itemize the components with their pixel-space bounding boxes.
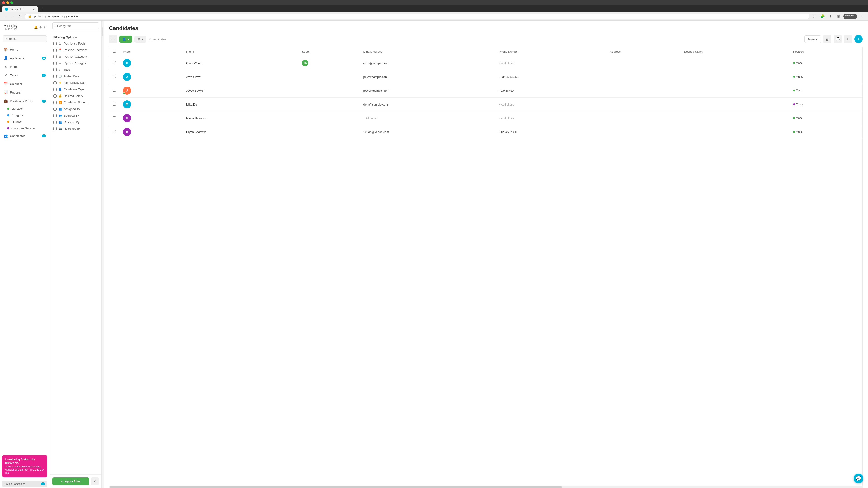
- forward-btn[interactable]: →: [10, 14, 16, 19]
- filter-scrollbar[interactable]: [102, 21, 103, 488]
- row-select-checkbox[interactable]: [113, 130, 116, 133]
- name-cell[interactable]: Mika De: [183, 98, 298, 111]
- back-btn[interactable]: ←: [3, 14, 9, 19]
- filter-item-desired-salary[interactable]: 💰 Desired Salary: [50, 93, 101, 99]
- filter-item-position-category[interactable]: ⊞ Position Category: [50, 53, 101, 60]
- filter-checkbox-recruited-by[interactable]: [53, 127, 57, 130]
- row-select-checkbox[interactable]: [113, 103, 116, 105]
- person-view-toggle[interactable]: 👤 ▾: [119, 36, 132, 43]
- candidate-avatar: B: [123, 128, 131, 136]
- header-score: Score: [298, 47, 360, 56]
- reload-btn[interactable]: ↻: [17, 14, 23, 19]
- row-select-checkbox[interactable]: [113, 61, 116, 64]
- filter-checkbox-added-date[interactable]: [53, 75, 57, 78]
- download-icon[interactable]: ⬇: [828, 14, 834, 19]
- filter-checkbox-referred-by[interactable]: [53, 121, 57, 124]
- email-btn[interactable]: ✉: [844, 35, 852, 43]
- name-cell[interactable]: Chris Wong: [183, 56, 298, 70]
- filter-item-tags[interactable]: 🏷 Tags: [50, 66, 101, 73]
- sidebar-item-reports[interactable]: 📊 Reports: [0, 88, 50, 97]
- row-select-checkbox[interactable]: [113, 116, 116, 119]
- sidebar-sub-designer[interactable]: Designer: [0, 112, 50, 119]
- sidebar-sub-customer-service[interactable]: Customer Service: [0, 125, 50, 131]
- delete-btn[interactable]: 🗑: [823, 35, 831, 43]
- new-tab-button[interactable]: +: [39, 6, 44, 12]
- position-name: Custo: [796, 103, 803, 106]
- maximize-window-btn[interactable]: [10, 1, 13, 4]
- sidebar-search-input[interactable]: [3, 35, 47, 42]
- sidebar-promo[interactable]: Introducing Perform by Breezy HR Faster,…: [2, 455, 47, 477]
- sidebar-collapse-icon[interactable]: ❮: [43, 26, 46, 29]
- filter-checkbox-desired-salary[interactable]: [53, 94, 57, 98]
- filter-checkbox-candidate-source[interactable]: [53, 101, 57, 104]
- sidebar-item-inbox[interactable]: ✉ Inbox: [0, 62, 50, 71]
- clear-filter-button[interactable]: ✕: [91, 477, 99, 485]
- filter-checkbox-last-activity-date[interactable]: [53, 81, 57, 85]
- message-btn[interactable]: 💬: [834, 35, 842, 43]
- filter-item-position-locations[interactable]: 📍 Position Locations: [50, 47, 101, 53]
- add-phone-link[interactable]: + Add phone: [499, 62, 514, 65]
- active-tab[interactable]: Breezy HR ✕: [2, 6, 38, 12]
- add-candidate-btn[interactable]: +: [855, 35, 863, 43]
- notifications-icon[interactable]: 🔔: [34, 26, 38, 29]
- add-phone-link[interactable]: + Add phone: [499, 117, 514, 120]
- name-cell[interactable]: Joven Paw: [183, 70, 298, 84]
- filter-checkbox-position-locations[interactable]: [53, 48, 57, 52]
- filter-item-candidate-source[interactable]: 📶 Candidate Source: [50, 99, 101, 106]
- name-cell[interactable]: Joyce Sawyer: [183, 84, 298, 98]
- filter-checkbox-candidate-type[interactable]: [53, 88, 57, 91]
- filter-item-recruited-by[interactable]: 📷 Recruited By: [50, 125, 101, 132]
- filter-checkbox-positions-pools[interactable]: [53, 42, 57, 45]
- sidebar-sub-finance[interactable]: Finance: [0, 119, 50, 125]
- row-select-checkbox[interactable]: [113, 89, 116, 92]
- add-phone-link[interactable]: + Add phone: [499, 103, 514, 106]
- table-view-toggle[interactable]: ⊞ ▾: [134, 36, 146, 43]
- filter-checkbox-tags[interactable]: [53, 68, 57, 71]
- filter-checkbox-assigned-to[interactable]: [53, 107, 57, 111]
- filter-item-assigned-to[interactable]: 👥 Assigned To: [50, 106, 101, 112]
- sidebar-item-candidates[interactable]: 👥 Candidates +: [0, 131, 50, 140]
- filter-item-referred-by[interactable]: 👥 Referred By: [50, 119, 101, 125]
- customer-service-dot: [7, 127, 9, 129]
- filter-item-added-date[interactable]: 🕐 Added Date: [50, 73, 101, 79]
- name-cell[interactable]: Name Unknown: [183, 111, 298, 125]
- sidebar-item-home[interactable]: 🏠 Home: [0, 45, 50, 54]
- filter-text-input[interactable]: [53, 22, 99, 29]
- add-email-link[interactable]: + Add email: [364, 117, 378, 120]
- sidebar-sub-manager[interactable]: Manager: [0, 105, 50, 112]
- row-select-checkbox[interactable]: [113, 75, 116, 78]
- minimize-window-btn[interactable]: [6, 1, 9, 4]
- close-window-btn[interactable]: [2, 1, 5, 4]
- name-cell[interactable]: Bryan Sparrow: [183, 125, 298, 139]
- more-actions-button[interactable]: More ▾: [804, 35, 821, 43]
- filter-checkbox-position-category[interactable]: [53, 55, 57, 58]
- filter-item-sourced-by[interactable]: 👥 Sourced By: [50, 112, 101, 119]
- filter-checkbox-sourced-by[interactable]: [53, 114, 57, 117]
- bookmark-icon[interactable]: ☆: [811, 14, 817, 19]
- phone-cell: + Add phone: [495, 98, 607, 111]
- sidebar-item-applicants[interactable]: 👤 Applicants 4: [0, 54, 50, 62]
- switch-companies-btn[interactable]: Switch Companies +: [2, 481, 47, 487]
- settings-icon[interactable]: ⚙: [39, 26, 42, 29]
- extensions-icon[interactable]: 🧩: [819, 14, 826, 19]
- table-horizontal-scrollbar[interactable]: [109, 486, 863, 488]
- select-all-checkbox[interactable]: [113, 50, 116, 53]
- filter-checkbox-pipeline-stages[interactable]: [53, 62, 57, 65]
- sidebar-toggle-icon[interactable]: ▣: [835, 14, 842, 19]
- filter-toggle-btn[interactable]: [109, 35, 117, 43]
- chat-fab-button[interactable]: 💬: [854, 474, 864, 484]
- filter-item-positions-pools[interactable]: 🗂 Positions / Pools: [50, 40, 101, 47]
- address-bar[interactable]: 🔒 app.breezy.hr/app/c/moodjoy/candidates: [25, 13, 809, 19]
- sidebar-item-tasks[interactable]: ✔ Tasks +: [0, 71, 50, 79]
- tab-close-btn[interactable]: ✕: [33, 8, 35, 11]
- sidebar-item-calendar[interactable]: 📅 Calendar: [0, 79, 50, 88]
- filter-item-candidate-type[interactable]: 👤 Candidate Type: [50, 86, 101, 93]
- header-checkbox-col: [109, 47, 119, 56]
- filter-item-last-activity-date[interactable]: ⚡ Last Activity Date: [50, 79, 101, 86]
- more-options-icon[interactable]: ⋮: [859, 14, 865, 19]
- sidebar-item-positions[interactable]: 💼 Positions / Pools +: [0, 97, 50, 105]
- incognito-badge: Incognito: [843, 14, 857, 19]
- apply-filter-button[interactable]: ▼ Apply Filter: [53, 477, 89, 485]
- window-controls[interactable]: [2, 1, 13, 4]
- filter-item-pipeline-stages[interactable]: ≡ Pipeline / Stages: [50, 60, 101, 66]
